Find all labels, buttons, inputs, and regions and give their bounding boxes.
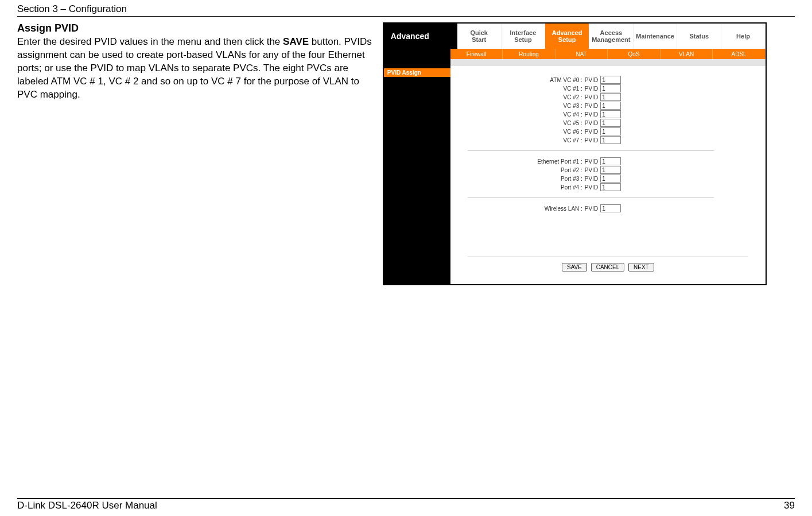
cancel-button[interactable]: CANCEL — [591, 263, 625, 271]
vc6-pvid-input[interactable] — [600, 127, 621, 135]
pvid-text: PVID — [585, 120, 598, 126]
tab-access-management[interactable]: Access Management — [589, 24, 634, 49]
wlan-row: Wireless LAN :PVID — [468, 204, 748, 212]
subtab-adsl[interactable]: ADSL — [713, 49, 766, 59]
vc-row: ATM VC #0 :PVID — [468, 76, 748, 84]
wlan-label: Wireless LAN : — [468, 205, 585, 212]
vc-label: VC #1 : — [468, 86, 585, 92]
tab-line1: Interface — [502, 29, 545, 36]
tab-line1: Status — [677, 33, 721, 40]
save-button[interactable]: SAVE — [562, 263, 587, 271]
tab-advanced-setup[interactable]: Advanced Setup — [545, 24, 589, 49]
subtab-routing[interactable]: Routing — [503, 49, 555, 59]
tab-line1: Advanced — [545, 29, 589, 36]
vc5-pvid-input[interactable] — [600, 119, 621, 127]
tab-quick-start[interactable]: Quick Start — [457, 24, 502, 49]
pvid-text: PVID — [585, 77, 598, 83]
pvid-text: PVID — [585, 86, 598, 92]
vc-row: VC #3 :PVID — [468, 102, 748, 110]
tab-line2: Start — [457, 36, 501, 43]
vc0-pvid-input[interactable] — [600, 76, 621, 84]
vc3-pvid-input[interactable] — [600, 102, 621, 110]
subtab-qos[interactable]: QoS — [608, 49, 661, 59]
vc-label: VC #4 : — [468, 111, 585, 118]
pvid-text: PVID — [585, 158, 598, 165]
port4-pvid-input[interactable] — [600, 183, 621, 191]
save-word: SAVE — [283, 36, 309, 47]
tab-line1: Access — [589, 29, 633, 36]
vc7-pvid-input[interactable] — [600, 136, 621, 144]
pvid-text: PVID — [585, 176, 598, 182]
tab-help[interactable]: Help — [721, 24, 766, 49]
vc-label: VC #2 : — [468, 94, 585, 100]
vc-row: VC #1 :PVID — [468, 84, 748, 92]
port2-pvid-input[interactable] — [600, 166, 621, 174]
tab-line1: Maintenance — [634, 33, 677, 40]
pvid-text: PVID — [585, 94, 598, 100]
assign-pvid-title: Assign PVID — [17, 22, 377, 34]
port-label: Ethernet Port #1 : — [468, 158, 585, 165]
port-row: Port #3 :PVID — [468, 174, 748, 183]
subtab-firewall[interactable]: Firewall — [450, 49, 503, 59]
tab-line2: Setup — [502, 36, 545, 43]
vc-label: VC #6 : — [468, 129, 585, 135]
tab-interface-setup[interactable]: Interface Setup — [502, 24, 546, 49]
next-button[interactable]: NEXT — [628, 263, 654, 271]
footer-page-number: 39 — [784, 500, 795, 511]
tab-line1: Help — [721, 33, 765, 40]
pvid-text: PVID — [585, 129, 598, 135]
tab-line2: Setup — [545, 36, 589, 43]
pvid-assign-side-label: PVID Assign — [384, 68, 450, 77]
wlan-pvid-input[interactable] — [600, 204, 621, 212]
footer-manual-title: D-Link DSL-2640R User Manual — [17, 500, 157, 511]
vc1-pvid-input[interactable] — [600, 84, 621, 92]
assign-pvid-description: Enter the desired PVID values in the men… — [17, 36, 377, 102]
router-ui-screenshot: Advanced Quick Start Interface Setup Adv… — [383, 22, 767, 285]
tab-maintenance[interactable]: Maintenance — [634, 24, 678, 49]
vc-row: VC #4 :PVID — [468, 110, 748, 118]
pvid-text: PVID — [585, 184, 598, 191]
port-label: Port #2 : — [468, 167, 585, 173]
pvid-text: PVID — [585, 137, 598, 143]
pvid-text: PVID — [585, 103, 598, 109]
port-label: Port #4 : — [468, 184, 585, 191]
pvid-text: PVID — [585, 205, 598, 212]
vc-row: VC #7 :PVID — [468, 136, 748, 144]
brand-label: Advanced — [384, 24, 457, 49]
port3-pvid-input[interactable] — [600, 174, 621, 183]
vc-row: VC #5 :PVID — [468, 119, 748, 127]
vc-label: ATM VC #0 : — [468, 77, 585, 83]
vc-label: VC #3 : — [468, 103, 585, 109]
port1-pvid-input[interactable] — [600, 157, 621, 165]
section-header: Section 3 – Configuration — [17, 3, 127, 14]
vc4-pvid-input[interactable] — [600, 110, 621, 118]
pvid-text: PVID — [585, 167, 598, 173]
vc-label: VC #5 : — [468, 120, 585, 126]
port-row: Ethernet Port #1 :PVID — [468, 157, 748, 165]
port-label: Port #3 : — [468, 176, 585, 182]
top-tabs: Quick Start Interface Setup Advanced Set… — [457, 24, 766, 49]
desc-text-before: Enter the desired PVID values in the men… — [17, 36, 283, 47]
vc-row: VC #6 :PVID — [468, 127, 748, 135]
subtab-vlan[interactable]: VLAN — [661, 49, 713, 59]
tab-line1: Quick — [457, 29, 501, 36]
sub-tabs: Firewall Routing NAT QoS VLAN ADSL — [450, 49, 766, 59]
port-row: Port #2 :PVID — [468, 166, 748, 174]
vc2-pvid-input[interactable] — [600, 93, 621, 101]
port-row: Port #4 :PVID — [468, 183, 748, 191]
vc-row: VC #2 :PVID — [468, 93, 748, 101]
tab-line2: Management — [589, 36, 633, 43]
subtab-nat[interactable]: NAT — [555, 49, 608, 59]
pvid-text: PVID — [585, 111, 598, 118]
tab-status[interactable]: Status — [677, 24, 721, 49]
vc-label: VC #7 : — [468, 137, 585, 143]
